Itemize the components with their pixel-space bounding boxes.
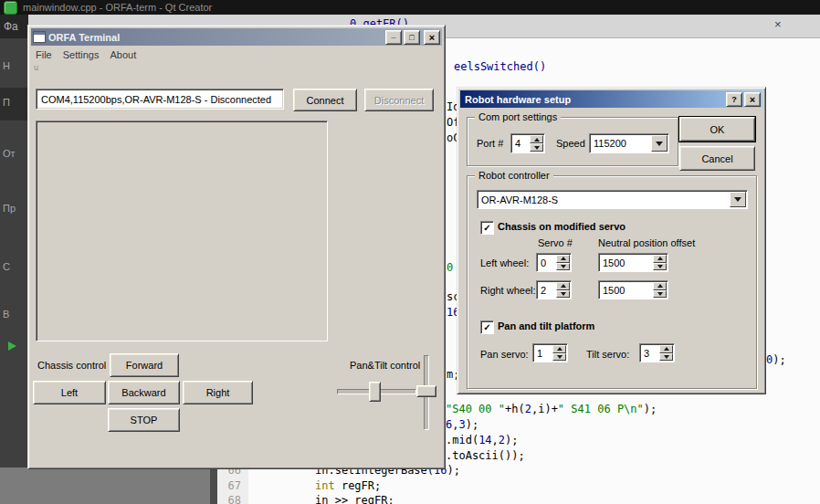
code-string: "S40 00 ": [446, 403, 505, 415]
sidebar-item-debug[interactable]: От: [3, 148, 16, 159]
spin-down-button[interactable]: [653, 263, 667, 271]
toolbar-artifact: u: [34, 63, 38, 72]
spin-down-button[interactable]: [653, 290, 667, 299]
spin-up-button[interactable]: [653, 255, 667, 263]
spin-up-button[interactable]: [552, 345, 566, 353]
menu-about[interactable]: About: [104, 49, 142, 60]
pan-slider-handle[interactable]: [369, 382, 381, 402]
code-number: 2: [499, 434, 505, 446]
dialog-close-button[interactable]: ×: [744, 92, 761, 107]
connect-button[interactable]: Connect: [293, 89, 357, 111]
forward-label: Forward: [126, 360, 163, 371]
up-arrow-icon: [534, 138, 540, 142]
com-port-settings-group: Com port settings Port # 4 Speed 115200: [467, 117, 678, 166]
check-icon: ✓: [483, 224, 490, 233]
up-arrow-icon: [557, 347, 562, 351]
port-spinbox[interactable]: 4: [510, 133, 545, 153]
sidebar-item-output[interactable]: В: [3, 309, 9, 320]
speed-value: 115200: [590, 134, 651, 152]
right-wheel-servo-spinbox[interactable]: 2: [536, 280, 572, 299]
chassis-checkbox[interactable]: ✓: [480, 221, 494, 235]
up-arrow-icon: [664, 347, 669, 351]
dropdown-button[interactable]: [651, 135, 668, 152]
spin-down-button[interactable]: [530, 143, 543, 152]
panel-splitter[interactable]: [210, 467, 217, 504]
menu-file[interactable]: File: [31, 49, 58, 60]
pantilt-checkbox[interactable]: ✓: [480, 320, 494, 334]
dropdown-button[interactable]: [730, 192, 746, 207]
spin-up-button[interactable]: [556, 255, 570, 263]
up-arrow-icon: [657, 257, 663, 260]
code-fragment: 0: [447, 261, 453, 275]
line-number: 67: [217, 479, 241, 493]
check-icon: ✓: [483, 323, 490, 332]
left-wheel-offset-value: 1500: [599, 254, 653, 271]
spin-down-button[interactable]: [556, 263, 570, 271]
controller-combobox[interactable]: OR-AVR-M128-S: [477, 190, 748, 209]
ide-titlebar[interactable]: mainwindow.cpp - ORFA-term - Qt Creator: [0, 0, 820, 15]
connection-status-field[interactable]: COM4,115200bps,OR-AVR-M128-S - Disconnec…: [36, 89, 284, 110]
code-text: .mid(: [446, 434, 478, 446]
code-text: );: [447, 464, 460, 477]
terminal-title: ORFA Terminal: [48, 32, 120, 43]
code-line: in >> regFR;: [315, 494, 394, 504]
sidebar-item-edit[interactable]: П: [3, 97, 10, 108]
maximize-button[interactable]: □: [404, 30, 420, 45]
menu-settings[interactable]: Settings: [58, 49, 105, 60]
right-wheel-offset-spinbox[interactable]: 1500: [598, 280, 668, 299]
code-text: +h(: [505, 403, 525, 415]
controller-value: OR-AVR-M128-S: [478, 191, 730, 208]
spin-up-button[interactable]: [659, 345, 673, 353]
code-text: );: [466, 418, 478, 431]
port-value: 4: [511, 134, 530, 152]
maximize-icon: □: [409, 33, 414, 42]
screen: mainwindow.cpp - ORFA-term - Qt Creator …: [0, 0, 820, 504]
backward-button[interactable]: Backward: [108, 381, 180, 404]
spin-down-button[interactable]: [659, 353, 673, 362]
left-wheel-servo-spinbox[interactable]: 0: [536, 253, 572, 272]
spin-down-button[interactable]: [552, 353, 566, 362]
chassis-control-label: Chassis control: [37, 360, 106, 371]
spin-up-button[interactable]: [556, 282, 570, 290]
pan-servo-label: Pan servo:: [480, 349, 529, 360]
tilt-slider-handle[interactable]: [416, 385, 436, 397]
forward-button[interactable]: Forward: [110, 353, 179, 377]
terminal-titlebar[interactable]: ORFA Terminal _ □ ×: [31, 28, 442, 46]
spin-up-button[interactable]: [530, 135, 543, 143]
pan-servo-spinbox[interactable]: 1: [532, 343, 568, 362]
minimize-button[interactable]: _: [385, 30, 402, 45]
chassis-checkbox-label: Chassis on modified servo: [498, 221, 626, 232]
terminal-output-area[interactable]: [36, 121, 328, 341]
dialog-titlebar[interactable]: Robot hardware setup ? ×: [460, 90, 762, 108]
right-button[interactable]: Right: [183, 381, 253, 404]
robot-controller-group: Robot controller OR-AVR-M128-S ✓ Chassis…: [467, 175, 757, 389]
editor-close-icon[interactable]: ×: [774, 17, 782, 31]
tilt-servo-spinbox[interactable]: 3: [639, 343, 675, 362]
right-wheel-offset-value: 1500: [599, 281, 653, 299]
left-wheel-offset-spinbox[interactable]: 1500: [598, 253, 668, 272]
up-arrow-icon: [657, 284, 663, 288]
code-text: ,: [492, 434, 499, 446]
close-button[interactable]: ×: [424, 30, 440, 45]
code-text: regFR;: [335, 479, 382, 492]
cancel-button[interactable]: Cancel: [679, 146, 755, 171]
disconnect-button[interactable]: Disconnect: [364, 89, 434, 111]
tilt-slider[interactable]: [414, 355, 439, 430]
speed-combobox[interactable]: 115200: [589, 133, 669, 153]
close-icon: ×: [750, 94, 755, 105]
servo-column-header: Servo #: [538, 237, 573, 248]
backward-label: Backward: [121, 387, 165, 398]
ide-menu-file[interactable]: Фа: [4, 20, 18, 33]
sidebar-item-projects[interactable]: Пр: [3, 203, 16, 214]
sidebar-item-help[interactable]: С: [3, 261, 10, 272]
run-icon[interactable]: [8, 341, 16, 351]
pan-slider[interactable]: [337, 382, 416, 400]
spin-up-button[interactable]: [653, 282, 667, 290]
spin-down-button[interactable]: [556, 290, 570, 299]
sidebar-item-welcome[interactable]: Н: [3, 60, 10, 71]
help-button[interactable]: ?: [726, 92, 742, 107]
stop-button[interactable]: STOP: [108, 408, 180, 432]
left-button[interactable]: Left: [33, 381, 106, 404]
minimize-icon: _: [391, 30, 395, 39]
ok-button[interactable]: OK: [679, 117, 755, 142]
